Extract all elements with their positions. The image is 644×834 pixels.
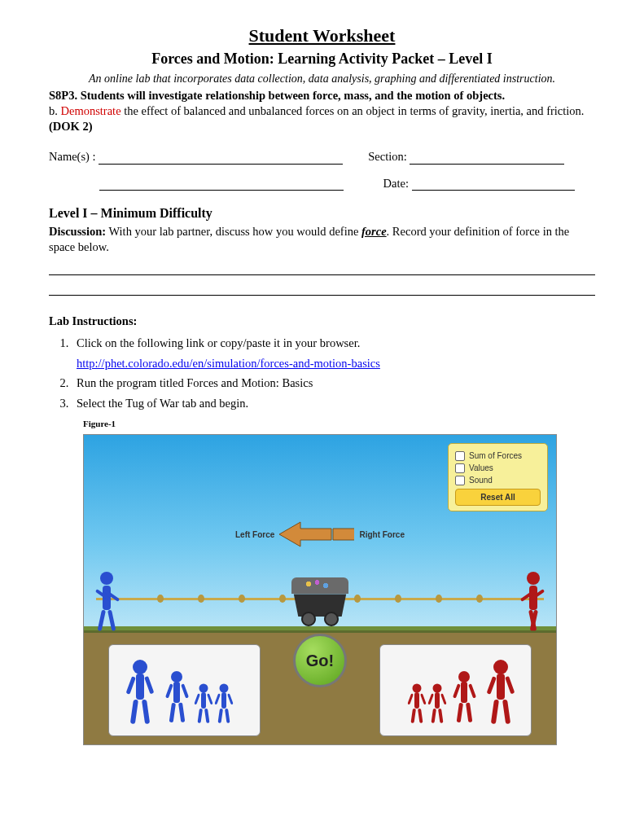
svg-rect-33	[435, 692, 440, 709]
svg-rect-30	[407, 694, 414, 705]
names-blank[interactable]	[99, 152, 343, 165]
reset-button[interactable]: Reset All	[455, 489, 541, 506]
worksheet-page: Student Worksheet Forces and Motion: Lea…	[0, 0, 644, 834]
svg-rect-16	[197, 709, 202, 723]
left-force-label: Left Force	[235, 529, 274, 540]
intro-text: An online lab that incorporates data col…	[49, 72, 595, 86]
svg-point-26	[412, 684, 421, 693]
svg-rect-15	[201, 692, 206, 709]
checkbox-icon	[455, 451, 465, 461]
option-label: Sum of Forces	[469, 450, 522, 461]
svg-rect-39	[461, 682, 467, 703]
svg-rect-29	[418, 709, 423, 723]
options-panel: Sum of Forces Values Sound Reset All	[448, 443, 548, 511]
discussion-label: Discussion:	[49, 225, 106, 238]
red-puller-large[interactable]	[527, 572, 540, 635]
svg-rect-22	[217, 709, 222, 723]
step-1-text: Click on the following link or copy/past…	[77, 336, 360, 349]
standard-bold: S8P3. Students will investigate relation…	[49, 89, 505, 102]
svg-rect-4	[129, 700, 138, 725]
svg-rect-43	[468, 684, 476, 699]
svg-rect-45	[497, 674, 505, 700]
level-heading: Level I – Minimum Difficulty	[49, 205, 595, 222]
svg-rect-28	[410, 709, 415, 723]
svg-point-20	[219, 684, 228, 693]
svg-rect-12	[164, 684, 173, 699]
page-title: Student Worksheet	[49, 24, 595, 48]
svg-rect-6	[125, 677, 135, 695]
svg-point-44	[493, 660, 508, 674]
svg-point-38	[458, 671, 470, 683]
svg-point-2	[133, 660, 147, 674]
phet-link[interactable]: http://phet.colorado.edu/en/simulation/f…	[77, 356, 380, 371]
svg-rect-23	[225, 709, 230, 723]
svg-rect-21	[221, 692, 226, 709]
step-2: Run the program titled Forces and Motion…	[72, 375, 595, 391]
svg-rect-9	[173, 682, 180, 703]
svg-rect-19	[207, 694, 213, 705]
sub-prefix: b.	[49, 104, 61, 117]
option-sound[interactable]: Sound	[455, 475, 541, 485]
discussion-text-a: With your lab partner, discuss how you w…	[106, 225, 361, 238]
svg-rect-46	[490, 700, 498, 725]
svg-rect-17	[204, 709, 209, 723]
demonstrate-word: Demonstrate	[61, 104, 121, 117]
svg-rect-41	[466, 703, 472, 722]
answer-line-2[interactable]	[49, 282, 595, 296]
page-subtitle: Forces and Motion: Learning Activity Pac…	[49, 50, 595, 68]
form-row-1: Name(s) : Section:	[49, 149, 595, 165]
option-label: Values	[469, 463, 493, 473]
step-1: Click on the following link or copy/past…	[72, 336, 595, 371]
double-arrow-icon	[279, 520, 354, 548]
option-label: Sound	[469, 475, 493, 485]
section-label: Section:	[368, 150, 407, 163]
svg-marker-0	[279, 522, 331, 546]
svg-rect-31	[420, 694, 427, 705]
answer-line-1[interactable]	[49, 261, 595, 275]
discussion-text: Discussion: With your lab partner, discu…	[49, 224, 595, 255]
svg-rect-27	[414, 692, 419, 709]
dok-label: (DOK 2)	[49, 120, 93, 133]
force-word: force	[361, 225, 387, 238]
sub-rest: the effect of balanced and unbalanced fo…	[121, 104, 585, 117]
option-values[interactable]: Values	[455, 463, 541, 473]
red-figures-icon[interactable]	[387, 656, 525, 731]
simulation-screenshot: Sum of Forces Values Sound Reset All Lef…	[83, 434, 557, 745]
svg-point-14	[199, 684, 208, 693]
svg-rect-40	[456, 703, 462, 722]
svg-rect-13	[181, 684, 189, 699]
svg-rect-25	[227, 694, 234, 705]
figure-label: Figure-1	[83, 418, 595, 429]
svg-point-32	[432, 684, 441, 693]
red-team-box	[379, 644, 532, 736]
checkbox-icon	[455, 476, 465, 485]
svg-rect-7	[144, 676, 154, 694]
cart	[291, 577, 348, 625]
names-label: Name(s) :	[49, 150, 96, 163]
svg-rect-24	[214, 694, 221, 705]
svg-rect-5	[142, 700, 150, 725]
step-3: Select the Tug of War tab and begin.	[72, 396, 595, 411]
svg-rect-37	[440, 694, 447, 705]
blue-puller-large[interactable]	[100, 572, 113, 635]
names-blank-2[interactable]	[99, 178, 344, 191]
lab-heading: Lab Instructions:	[49, 314, 595, 329]
date-label: Date:	[383, 177, 409, 190]
checkbox-icon	[455, 463, 465, 473]
svg-rect-10	[169, 703, 175, 722]
force-arrows: Left Force Right Force	[230, 520, 410, 548]
date-blank[interactable]	[412, 178, 575, 191]
svg-marker-1	[333, 522, 354, 546]
svg-rect-48	[486, 677, 496, 695]
right-force-label: Right Force	[359, 529, 405, 540]
svg-rect-3	[136, 674, 144, 700]
svg-rect-42	[452, 684, 460, 699]
option-sum-of-forces[interactable]: Sum of Forces	[455, 450, 541, 461]
steps-list: Click on the following link or copy/past…	[72, 336, 595, 411]
blue-figures-icon[interactable]	[116, 656, 254, 731]
svg-point-8	[171, 671, 182, 683]
go-button[interactable]: Go!	[293, 634, 347, 687]
blue-team-box	[108, 644, 261, 736]
svg-rect-35	[438, 709, 443, 723]
section-blank[interactable]	[410, 152, 564, 165]
